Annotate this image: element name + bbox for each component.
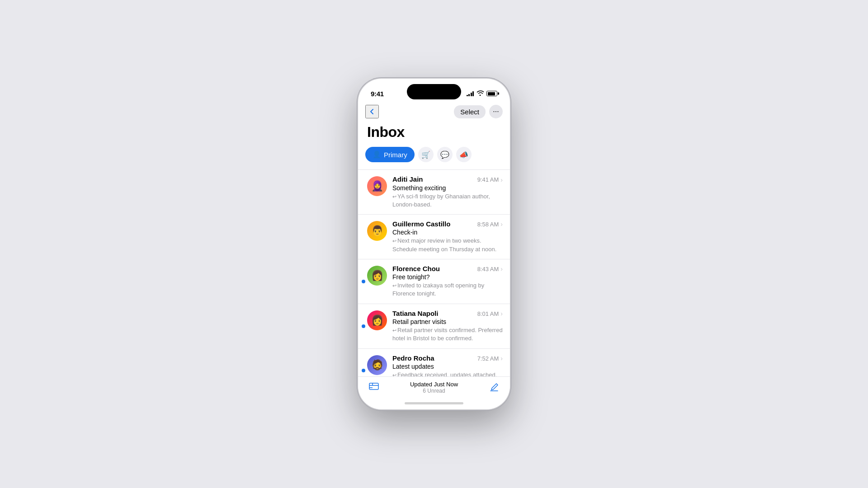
email-preview: ↩Feedback received, updates attached. Me… <box>392 371 503 376</box>
reply-icon: ↩ <box>392 238 396 244</box>
email-sender: Tatiana Napoli <box>392 310 438 317</box>
email-body: Guillermo Castillo 8:58 AM › Check-in ↩N… <box>392 220 503 253</box>
email-sender: Aditi Jain <box>392 175 423 183</box>
email-time-wrap: 7:52 AM › <box>477 355 503 362</box>
status-time: 9:41 <box>371 90 384 98</box>
email-item[interactable]: 🧕 Aditi Jain 9:41 AM › Something excitin… <box>358 169 510 214</box>
avatar: 👩 <box>367 310 387 330</box>
mailboxes-button[interactable] <box>367 380 381 394</box>
signal-icon <box>467 91 474 96</box>
email-time-wrap: 8:43 AM › <box>477 265 503 272</box>
reply-icon: ↩ <box>392 283 396 288</box>
chevron-right-icon: › <box>500 221 503 228</box>
reply-icon: ↩ <box>392 328 396 333</box>
email-subject: Retail partner visits <box>392 318 503 325</box>
unread-indicator <box>362 324 365 328</box>
bottom-bar: Updated Just Now 6 Unread <box>358 376 510 397</box>
avatar: 🧕 <box>367 176 387 196</box>
email-body: Pedro Rocha 7:52 AM › Latest updates ↩Fe… <box>392 354 503 377</box>
select-button[interactable]: Select <box>454 105 486 118</box>
email-item[interactable]: 👩 Tatiana Napoli 8:01 AM › Retail partne… <box>358 304 510 348</box>
email-subject: Something exciting <box>392 184 503 192</box>
nav-bar: Select ··· <box>358 103 510 122</box>
email-item[interactable]: 👨 Guillermo Castillo 8:58 AM › Check-in <box>358 214 510 259</box>
email-time-wrap: 8:01 AM › <box>477 310 503 317</box>
reply-icon: ↩ <box>392 194 396 199</box>
email-time: 8:01 AM <box>477 310 499 317</box>
compose-button[interactable] <box>487 380 501 394</box>
tab-social[interactable]: 💬 <box>437 147 453 162</box>
email-header: Florence Chou 8:43 AM › <box>392 265 503 273</box>
avatar: 👨 <box>367 221 387 241</box>
email-header: Guillermo Castillo 8:58 AM › <box>392 220 503 228</box>
phone-wrapper: 9:41 <box>357 78 511 410</box>
reply-icon: ↩ <box>392 372 396 376</box>
primary-tab-label: Primary <box>384 151 407 159</box>
email-header: Aditi Jain 9:41 AM › <box>392 175 503 183</box>
category-tabs: 👤 Primary 🛒 💬 📣 <box>358 147 510 169</box>
status-icons <box>467 90 498 97</box>
home-indicator <box>358 397 510 409</box>
update-status: Updated Just Now 6 Unread <box>410 381 458 394</box>
email-item[interactable]: 🧔 Pedro Rocha 7:52 AM › Latest updates <box>358 348 510 377</box>
back-button[interactable] <box>365 105 379 118</box>
email-preview: ↩YA sci-fi trilogy by Ghanaian author, L… <box>392 192 503 209</box>
updated-label: Updated Just Now <box>410 381 458 388</box>
chevron-right-icon: › <box>500 265 503 272</box>
unread-indicator <box>362 369 365 372</box>
email-time: 8:43 AM <box>477 266 499 272</box>
email-list: 🧕 Aditi Jain 9:41 AM › Something excitin… <box>358 169 510 376</box>
email-body: Florence Chou 8:43 AM › Free tonight? ↩I… <box>392 265 503 298</box>
promotions-icon: 📣 <box>459 150 468 159</box>
email-preview: ↩Invited to izakaya soft opening by Flor… <box>392 282 503 298</box>
avatar: 👩 <box>367 266 387 286</box>
inbox-content: Inbox 👤 Primary 🛒 💬 📣 <box>358 122 510 376</box>
chevron-right-icon: › <box>500 310 503 317</box>
email-preview: ↩Next major review in two weeks. Schedul… <box>392 237 503 253</box>
battery-icon <box>486 91 497 96</box>
tab-promotions[interactable]: 📣 <box>456 147 472 162</box>
more-dots-icon: ··· <box>493 108 499 116</box>
unread-indicator <box>362 280 365 283</box>
email-body: Aditi Jain 9:41 AM › Something exciting … <box>392 175 503 209</box>
inbox-title: Inbox <box>358 122 510 147</box>
shopping-icon: 🛒 <box>421 150 430 159</box>
tab-shopping[interactable]: 🛒 <box>418 147 434 162</box>
home-bar <box>405 402 463 404</box>
primary-tab-icon: 👤 <box>373 150 381 159</box>
dynamic-island <box>407 84 461 99</box>
email-header: Pedro Rocha 7:52 AM › <box>392 354 503 362</box>
chevron-right-icon: › <box>500 355 503 362</box>
wifi-icon <box>476 90 484 97</box>
phone-screen: 9:41 <box>358 79 510 409</box>
email-subject: Free tonight? <box>392 273 503 281</box>
nav-actions: Select ··· <box>454 105 503 118</box>
email-sender: Pedro Rocha <box>392 354 434 362</box>
svg-rect-0 <box>369 383 378 389</box>
email-time-wrap: 9:41 AM › <box>477 176 503 183</box>
email-subject: Check-in <box>392 229 503 236</box>
email-time: 7:52 AM <box>477 355 499 362</box>
avatar: 🧔 <box>367 355 387 375</box>
tab-primary[interactable]: 👤 Primary <box>365 147 415 162</box>
phone-frame: 9:41 <box>357 78 511 410</box>
social-icon: 💬 <box>440 150 449 159</box>
email-time: 8:58 AM <box>477 221 499 228</box>
email-time: 9:41 AM <box>477 176 499 183</box>
email-header: Tatiana Napoli 8:01 AM › <box>392 310 503 318</box>
email-preview: ↩Retail partner visits confirmed. Prefer… <box>392 326 503 343</box>
email-time-wrap: 8:58 AM › <box>477 221 503 228</box>
unread-count: 6 Unread <box>410 388 458 394</box>
email-sender: Florence Chou <box>392 265 440 272</box>
email-item[interactable]: 👩 Florence Chou 8:43 AM › Free tonight? <box>358 259 510 304</box>
email-sender: Guillermo Castillo <box>392 220 450 228</box>
email-subject: Latest updates <box>392 363 503 370</box>
email-body: Tatiana Napoli 8:01 AM › Retail partner … <box>392 310 503 343</box>
more-button[interactable]: ··· <box>489 105 503 118</box>
chevron-right-icon: › <box>500 176 503 183</box>
